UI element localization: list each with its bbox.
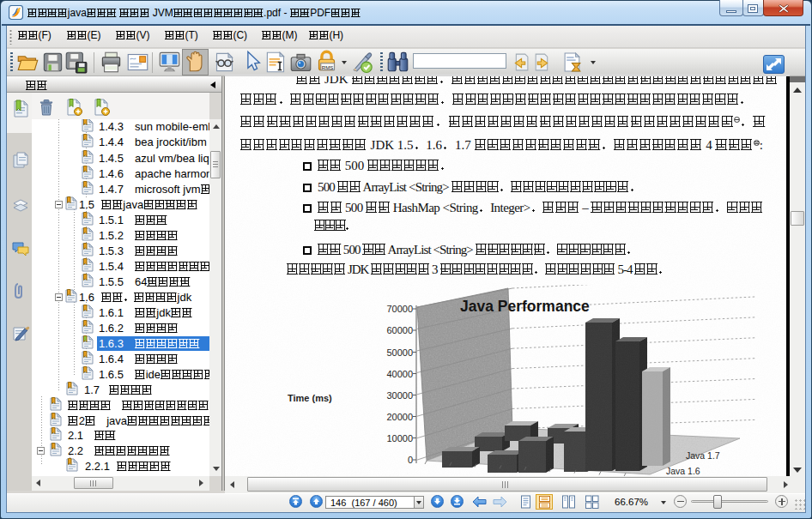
- svg-text:RMS: RMS: [322, 64, 334, 70]
